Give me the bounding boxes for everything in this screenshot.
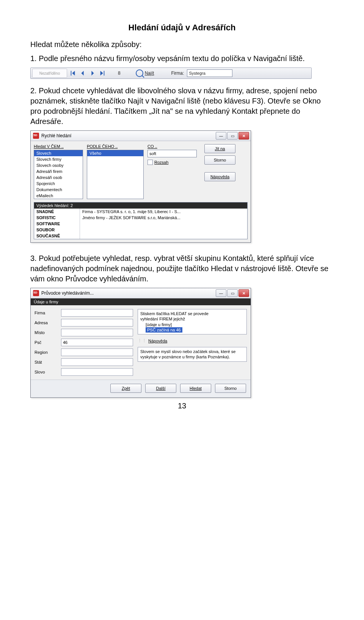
search-by-list[interactable]: Všeho [87, 150, 144, 199]
list-item[interactable]: Jméno firmy - JEŽEK SOFTWARE s.r.o, Mari… [80, 215, 247, 221]
navbar-strip: Nezatříděno 8 Najít Firma: Systegra [30, 67, 312, 79]
field-firma[interactable] [61, 309, 133, 317]
list-item[interactable]: SOFISTIC [34, 215, 80, 221]
info-line: Stiskem tlačítka HLEDAT se provede [140, 311, 244, 316]
list-item[interactable]: Adresáři osob [34, 174, 83, 181]
next-button[interactable]: Další [145, 384, 176, 393]
list-item[interactable]: Slovech [34, 150, 83, 156]
list-item[interactable]: SOUBOR [34, 227, 80, 233]
label-misto: Místo [35, 330, 57, 335]
list-item[interactable]: SOFTWARE [34, 221, 80, 227]
cancel-button[interactable]: Storno [215, 384, 246, 393]
help-toggle[interactable]: ⋮⋮ Nápověda [138, 337, 247, 344]
info-line: vyhledání FIREM jejichž [140, 316, 244, 322]
checkbox-icon [147, 160, 153, 165]
field-slovo[interactable] [61, 368, 133, 376]
quickfind-window: Rychlé hledání — ▭ ✕ Hledat V ČEM .. Slo… [30, 130, 251, 243]
range-label: Rozsah [154, 160, 168, 165]
list-item[interactable]: Adresáři firem [34, 168, 83, 174]
close-button[interactable]: ✕ [238, 132, 249, 140]
nav-next-icon[interactable] [88, 69, 97, 77]
minimize-button[interactable]: — [216, 289, 226, 297]
results-right-column: Firma - SYSTEGRA s. r. o, 1. máje 59, Li… [80, 209, 247, 239]
company-label: Firma: [171, 71, 184, 76]
sort-indicator: Nezatříděno [32, 69, 67, 78]
wizard-form: Firma Adresa Místo Psč 46 Region Stát Sl… [35, 309, 133, 376]
field-misto[interactable] [61, 329, 133, 336]
list-item[interactable]: Dokumentech [34, 187, 83, 193]
app-icon [33, 290, 39, 296]
list-item[interactable]: Poznámkách [34, 199, 83, 199]
results-panel: Výsledek hledání: 2 SNADNÉ SOFISTIC SOFT… [34, 202, 248, 239]
field-adresa[interactable] [61, 319, 133, 326]
field-stat[interactable] [61, 358, 133, 366]
grip-icon: ⋮⋮ [138, 338, 147, 343]
label-adresa: Adresa [35, 320, 57, 325]
list-item[interactable]: SNADNÉ [34, 209, 80, 215]
list-item[interactable]: SOUČASNĚ [34, 233, 80, 239]
field-region[interactable] [61, 348, 133, 356]
results-header: Výsledek hledání: 2 [34, 202, 247, 209]
nav-first-icon[interactable] [69, 69, 77, 77]
info-highlight: PSČ začíná na 46 [146, 327, 182, 333]
range-checkbox[interactable]: Rozsah [147, 160, 201, 165]
company-input[interactable]: Systegra [187, 69, 232, 77]
page-number: 13 [30, 402, 334, 410]
app-icon [33, 133, 39, 139]
wizard-section-header: Údaje u firmy [31, 298, 251, 305]
paragraph-item1: 1. Podle přesného názvu firmy/osoby veps… [30, 53, 334, 64]
paragraph-3: 3. Pokud potřebujete vyhledat, resp. vyb… [30, 253, 334, 284]
wizard-info: Stiskem tlačítka HLEDAT se provede vyhle… [138, 309, 247, 334]
label-slovo: Slovo [35, 370, 57, 374]
wizard-window: Průvodce vyhledáváním... — ▭ ✕ Údaje u f… [30, 288, 251, 398]
field-psc[interactable]: 46 [61, 339, 133, 346]
list-item[interactable]: Spojeních [34, 181, 83, 187]
label-stat: Stát [35, 360, 57, 364]
paragraph-intro: Hledat můžete několika způsoby: [30, 39, 334, 50]
wizard-footer: Zpět Další Hledat Storno [31, 380, 251, 397]
back-button[interactable]: Zpět [110, 384, 141, 393]
results-left-column: SNADNÉ SOFISTIC SOFTWARE SOUBOR SOUČASNĚ [34, 209, 80, 239]
col1-label: Hledat V ČEM .. [34, 144, 83, 149]
help-button[interactable]: Nápověda [204, 172, 235, 181]
record-count: 8 [118, 71, 121, 76]
nav-prev-icon[interactable] [78, 69, 87, 77]
page-title: Hledání údajů v Adresářích [30, 23, 334, 33]
window-title: Rychlé hledání [41, 133, 216, 138]
go-button[interactable]: Jít na [204, 144, 235, 153]
cancel-button[interactable]: Storno [204, 155, 235, 165]
label-firma: Firma [35, 311, 57, 315]
search-in-list[interactable]: Slovech Slovech firmy Slovech osoby Adre… [34, 150, 83, 199]
titlebar: Rychlé hledání — ▭ ✕ [31, 131, 251, 141]
search-term-input[interactable]: soft [147, 150, 197, 157]
nav-last-icon[interactable] [98, 69, 107, 77]
close-button[interactable]: ✕ [238, 289, 249, 297]
list-item[interactable]: Všeho [87, 150, 143, 156]
list-item[interactable]: Slovech firmy [34, 156, 83, 162]
paragraph-2: 2. Pokud chcete vyhledávat dle libovolné… [30, 86, 334, 127]
maximize-button[interactable]: ▭ [227, 132, 238, 140]
search-icon [136, 69, 143, 77]
wizard-help-text: Slovem se myslí slovo nebo začátek slova… [138, 347, 247, 362]
list-item[interactable]: Firma - SYSTEGRA s. r. o, 1. máje 59, Li… [80, 209, 247, 215]
list-item[interactable]: eMailech [34, 193, 83, 199]
label-psc: Psč [35, 340, 57, 345]
minimize-button[interactable]: — [216, 132, 226, 140]
find-button[interactable]: Najít [136, 69, 154, 77]
search-button[interactable]: Hledat [180, 384, 211, 393]
label-region: Region [35, 350, 57, 355]
col3-label: CO .. [147, 144, 201, 149]
titlebar: Průvodce vyhledáváním... — ▭ ✕ [31, 288, 251, 298]
find-label: Najít [145, 71, 154, 76]
window-title: Průvodce vyhledáváním... [41, 290, 216, 296]
list-item[interactable]: Slovech osoby [34, 162, 83, 168]
maximize-button[interactable]: ▭ [227, 289, 238, 297]
info-bracket: [údaje u firmy] [140, 322, 244, 327]
col2-label: PODLE ČEHO .. [87, 144, 144, 149]
